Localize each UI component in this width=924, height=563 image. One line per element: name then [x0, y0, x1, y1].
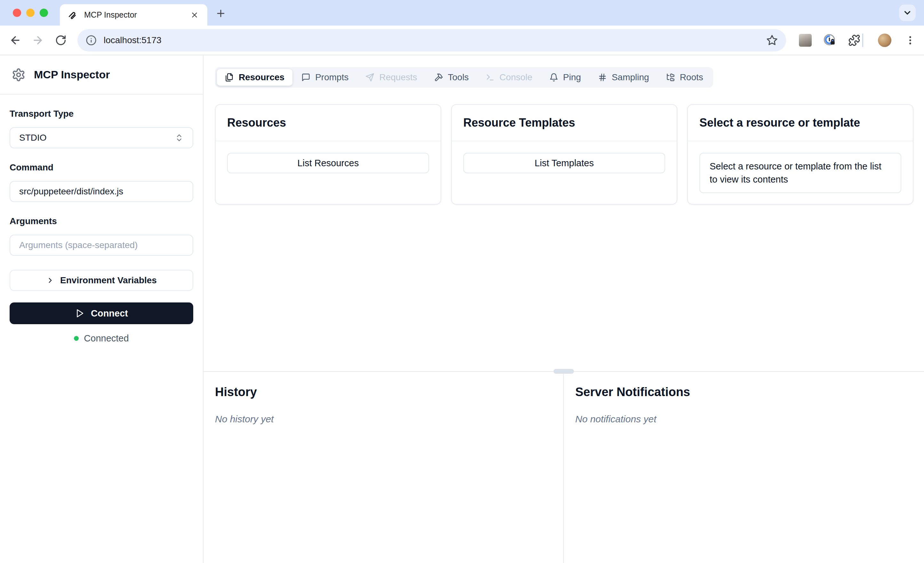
server-notifications-title: Server Notifications: [575, 385, 912, 399]
environment-variables-label: Environment Variables: [60, 275, 157, 286]
tab-label: Roots: [680, 72, 703, 82]
app-title: MCP Inspector: [34, 69, 110, 81]
zoom-window-button[interactable]: [40, 9, 48, 17]
chevron-right-icon: [46, 276, 54, 284]
resource-preview-card-title: Select a resource or template: [688, 105, 913, 141]
bookmark-star-icon[interactable]: [766, 34, 778, 46]
transport-type-label: Transport Type: [10, 109, 193, 119]
traffic-lights: [13, 9, 48, 17]
command-label: Command: [10, 162, 193, 173]
tab-label: Tools: [448, 72, 469, 82]
arguments-label: Arguments: [10, 216, 193, 226]
terminal-icon: [486, 73, 495, 82]
tab-label: Requests: [379, 72, 417, 82]
close-window-button[interactable]: [13, 9, 21, 17]
forward-button[interactable]: [31, 33, 45, 47]
back-button[interactable]: [8, 33, 22, 47]
send-icon: [365, 73, 374, 82]
hash-icon: [598, 73, 607, 82]
profile-avatar[interactable]: [878, 34, 891, 47]
tab-label: Ping: [563, 72, 581, 82]
resource-preview-placeholder: Select a resource or template from the l…: [699, 153, 901, 193]
profile-cluster: [878, 34, 916, 47]
connection-status: Connected: [10, 333, 193, 344]
resources-card: Resources List Resources: [215, 104, 441, 205]
tab-console[interactable]: Console: [478, 69, 540, 86]
status-dot: [74, 336, 79, 341]
transport-type-select[interactable]: STDIO: [10, 127, 193, 148]
history-title: History: [215, 385, 552, 399]
bottom-panels: History No history yet Server Notificati…: [204, 372, 924, 563]
onepassword-extension-icon[interactable]: [823, 34, 837, 47]
main-content: Resources Prompts Requests: [204, 55, 924, 371]
folder-tree-icon: [666, 73, 675, 82]
tabs-bar: Resources Prompts Requests: [215, 67, 713, 88]
extensions-cluster: [799, 34, 860, 47]
tab-label: Resources: [238, 72, 284, 82]
new-tab-button[interactable]: [214, 7, 227, 20]
tab-label: Console: [500, 72, 532, 82]
extension-photo-icon[interactable]: [799, 34, 812, 47]
main-area: Resources Prompts Requests: [204, 55, 924, 563]
chevrons-up-down-icon: [175, 133, 184, 142]
transport-type-value: STDIO: [19, 133, 47, 143]
tab-tools[interactable]: Tools: [426, 69, 477, 86]
mcp-inspector-app: MCP Inspector Transport Type STDIO Comma…: [0, 55, 924, 563]
play-icon: [75, 308, 84, 318]
site-info-icon[interactable]: [86, 35, 97, 46]
tab-close-icon[interactable]: [189, 9, 200, 21]
sidebar: MCP Inspector Transport Type STDIO Comma…: [0, 55, 204, 563]
splitter-drag-handle[interactable]: [554, 369, 574, 374]
tab-resources[interactable]: Resources: [217, 69, 292, 86]
extensions-puzzle-icon[interactable]: [848, 34, 860, 46]
history-panel: History No history yet: [204, 372, 564, 563]
list-resources-button[interactable]: List Resources: [227, 153, 429, 173]
command-group: Command: [10, 162, 193, 202]
server-notifications-panel: Server Notifications No notifications ye…: [564, 372, 924, 563]
connect-button[interactable]: Connect: [10, 302, 193, 324]
gear-icon: [12, 68, 26, 82]
connect-label: Connect: [91, 308, 128, 319]
status-text: Connected: [84, 333, 129, 344]
history-empty-text: No history yet: [215, 414, 552, 425]
arguments-input[interactable]: [10, 235, 193, 256]
files-icon: [225, 73, 234, 82]
address-bar[interactable]: localhost:5173: [77, 29, 786, 51]
cards-row: Resources List Resources Resource Templa…: [215, 104, 914, 205]
sidebar-header: MCP Inspector: [0, 55, 203, 94]
resource-preview-card: Select a resource or template Select a r…: [687, 104, 914, 205]
resource-templates-card: Resource Templates List Templates: [451, 104, 677, 205]
chevron-down-icon: [903, 8, 912, 18]
tab-label: Sampling: [612, 72, 649, 82]
sidebar-body: Transport Type STDIO Command Arguments: [0, 94, 203, 358]
resources-card-title: Resources: [216, 105, 441, 141]
arguments-group: Arguments: [10, 216, 193, 256]
hammer-icon: [434, 73, 443, 82]
tab-label: Prompts: [315, 72, 348, 82]
tab-ping[interactable]: Ping: [542, 69, 589, 86]
command-input[interactable]: [10, 181, 193, 202]
browser-tabstrip: MCP Inspector: [0, 0, 924, 25]
panel-splitter: [204, 371, 924, 372]
browser-toolbar: localhost:5173: [0, 25, 924, 55]
tab-requests[interactable]: Requests: [357, 69, 425, 86]
active-browser-tab[interactable]: MCP Inspector: [60, 4, 207, 25]
message-square-icon: [302, 73, 310, 82]
tab-title: MCP Inspector: [84, 10, 189, 19]
browser-window: MCP Inspector localhost:517: [0, 0, 924, 563]
environment-variables-button[interactable]: Environment Variables: [10, 270, 193, 291]
tab-prompts[interactable]: Prompts: [293, 69, 356, 86]
bell-icon: [549, 73, 558, 82]
minimize-window-button[interactable]: [26, 9, 34, 17]
mcp-logo-icon: [67, 9, 78, 21]
tab-search-button[interactable]: [899, 4, 916, 21]
transport-type-group: Transport Type STDIO: [10, 109, 193, 148]
tab-roots[interactable]: Roots: [658, 69, 711, 86]
url-text[interactable]: localhost:5173: [104, 35, 162, 45]
toolbar-divider: [862, 34, 863, 47]
resource-templates-card-title: Resource Templates: [452, 105, 676, 141]
tab-sampling[interactable]: Sampling: [590, 69, 657, 86]
reload-button[interactable]: [54, 33, 68, 47]
list-templates-button[interactable]: List Templates: [463, 153, 665, 173]
browser-menu-icon[interactable]: [905, 35, 916, 46]
